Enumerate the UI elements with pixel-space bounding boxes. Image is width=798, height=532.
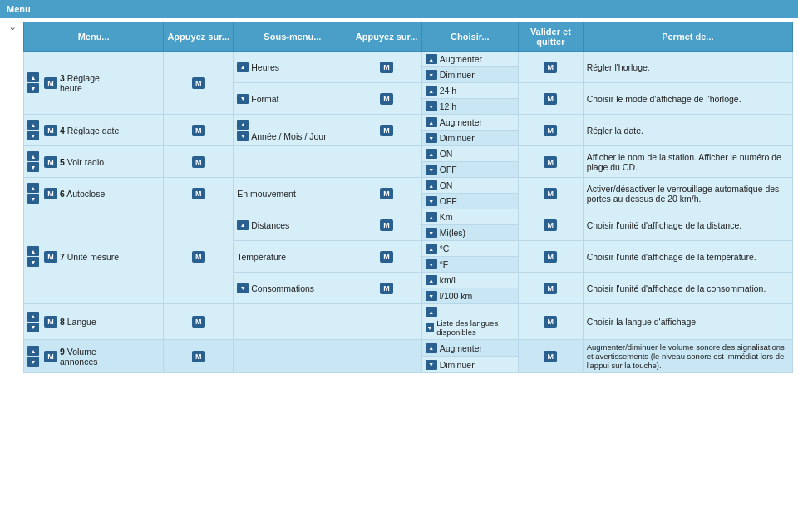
up-btn[interactable]: ▲: [27, 246, 39, 256]
m-btn[interactable]: M: [44, 156, 57, 168]
up-btn[interactable]: ▲: [27, 346, 39, 356]
m-btn[interactable]: M: [544, 188, 557, 200]
up-btn[interactable]: ▲: [27, 72, 39, 82]
down-btn[interactable]: ▼: [237, 94, 249, 104]
up-btn[interactable]: ▲: [27, 312, 39, 322]
r-icon: ˇ: [10, 27, 14, 40]
m-btn[interactable]: M: [192, 125, 205, 136]
btn-group: ▲ ▼: [27, 120, 39, 140]
m-btn[interactable]: M: [380, 219, 393, 231]
valider-date: M: [519, 115, 584, 146]
sous-label: Format: [251, 94, 278, 104]
down-btn[interactable]: ▼: [27, 257, 39, 267]
btn-group: ▲ ▼: [27, 346, 39, 367]
m-btn[interactable]: M: [544, 316, 557, 328]
choice-label: °F: [440, 259, 449, 269]
permet-date: Régler la date.: [583, 115, 792, 146]
appuyez2-temp: M: [352, 241, 421, 273]
m-btn[interactable]: M: [544, 93, 557, 105]
menu-label: 8 Langue: [60, 317, 96, 327]
menu-langue: ▲ ▼ M 8 Langue: [24, 304, 164, 340]
btn-group: ▲ ▼: [27, 151, 39, 172]
m-btn[interactable]: M: [44, 316, 57, 328]
choice-on-radio: ▲ ON: [421, 146, 518, 162]
m-btn[interactable]: M: [192, 316, 205, 328]
up-btn[interactable]: ▲: [237, 62, 249, 72]
m-btn[interactable]: M: [544, 283, 557, 294]
permet-volume: Augmenter/diminuer le volume sonore des …: [583, 340, 792, 373]
up-btn[interactable]: ▲: [237, 220, 249, 230]
down-icon: ▼: [426, 228, 437, 238]
sous-label: En mouvement: [237, 189, 296, 199]
up-btn[interactable]: ▲: [237, 120, 249, 130]
m-btn[interactable]: M: [544, 251, 557, 263]
m-btn[interactable]: M: [192, 156, 205, 168]
m-btn[interactable]: M: [44, 125, 57, 136]
m-btn[interactable]: M: [44, 251, 57, 263]
btn-group: ▲ ▼: [27, 183, 39, 204]
m-btn[interactable]: M: [544, 219, 557, 231]
m-btn[interactable]: M: [192, 188, 205, 200]
sous-temperature: Température: [234, 241, 352, 273]
valider-conso: M: [519, 273, 584, 304]
table-row: ▲ ▼ M 7 Unité mesure M ▲ Distances: [24, 209, 793, 225]
up-icon: ▲: [426, 244, 437, 254]
m-btn[interactable]: M: [192, 77, 205, 89]
m-btn[interactable]: M: [380, 125, 393, 136]
choice-l100km: ▼ l/100 km: [421, 288, 518, 304]
permet-conso: Choisir l'unité d'affichage de la consom…: [583, 273, 792, 304]
m-btn[interactable]: M: [380, 283, 393, 294]
choice-label: Mi(les): [440, 228, 466, 238]
down-btn[interactable]: ▼: [27, 162, 39, 172]
m-btn[interactable]: M: [380, 251, 393, 263]
down-btn[interactable]: ▼: [237, 283, 249, 293]
sous-label: Heures: [251, 62, 279, 72]
m-btn[interactable]: M: [380, 93, 393, 105]
appuyez2-radio: [352, 146, 421, 178]
up-btn[interactable]: ▲: [27, 183, 39, 193]
down-btn[interactable]: ▼: [27, 357, 39, 367]
choice-augmenter-vol: ▲ Augmenter: [421, 340, 518, 357]
sous-format: ▼ Format: [234, 83, 352, 115]
menu-label: 9 Volumeannonces: [60, 347, 98, 367]
choice-label: Augmenter: [440, 343, 482, 353]
permet-temp: Choisir l'unité d'affichage de la tempér…: [583, 241, 792, 273]
choice-label: km/l: [440, 275, 456, 285]
m-btn[interactable]: M: [44, 188, 57, 200]
choice-label: Diminuer: [440, 70, 475, 80]
m-btn[interactable]: M: [544, 62, 557, 73]
appuyez1-radio: M: [164, 146, 234, 178]
up-btn[interactable]: ▲: [27, 151, 39, 161]
up-btn[interactable]: ▲: [27, 120, 39, 130]
down-icon: ▼: [426, 259, 437, 269]
m-btn[interactable]: M: [544, 156, 557, 168]
menu-label: 6 Autoclose: [60, 189, 105, 199]
m-btn[interactable]: M: [44, 351, 57, 362]
up-icon: ▲: [426, 54, 437, 64]
m-btn[interactable]: M: [192, 251, 205, 263]
down-btn[interactable]: ▼: [27, 194, 39, 204]
menu-label: 4 Réglage date: [60, 126, 119, 135]
m-btn[interactable]: M: [380, 62, 393, 73]
sous-label: Année / Mois / Jour: [251, 131, 326, 141]
down-btn[interactable]: ▼: [237, 131, 249, 141]
m-btn[interactable]: M: [380, 188, 393, 200]
m-btn[interactable]: M: [544, 351, 557, 362]
m-btn[interactable]: M: [192, 351, 205, 362]
down-btn[interactable]: ▼: [27, 323, 39, 332]
appuyez2-date: M: [352, 115, 421, 146]
valider-radio: M: [519, 146, 584, 178]
down-btn[interactable]: ▼: [27, 131, 39, 140]
choice-diminuer-vol: ▼ Diminuer: [421, 357, 518, 373]
valider-heures: M: [519, 52, 584, 83]
m-btn[interactable]: M: [44, 77, 57, 89]
m-btn[interactable]: M: [544, 125, 557, 136]
choice-km: ▲ Km: [421, 209, 518, 225]
menu-autoclose: ▲ ▼ M 6 Autoclose: [24, 178, 164, 209]
table-row: ▲ ▼ M 9 Volumeannonces M ▲ Augmenter: [24, 340, 793, 357]
header-appuyez1: Appuyez sur...: [164, 22, 234, 52]
down-btn[interactable]: ▼: [27, 83, 39, 93]
header-appuyez2: Appuyez sur...: [352, 22, 421, 52]
sous-label: Distances: [251, 220, 289, 230]
valider-temp: M: [519, 241, 584, 273]
